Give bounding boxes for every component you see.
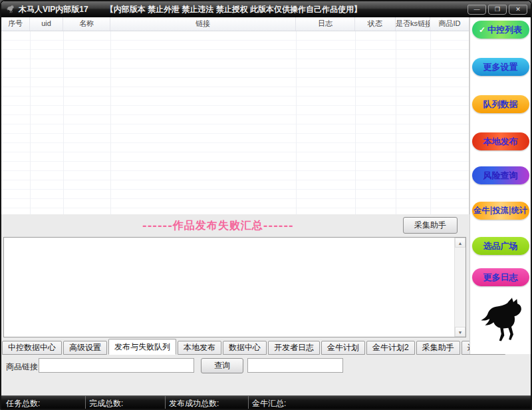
status-bar: 任务总数: 完成总数: 发布成功总数: 金牛汇总: — [1, 395, 531, 409]
table-header-row: 序号 uid 名称 链接 日志 状态 是否ks链接 商品ID — [1, 17, 469, 31]
grid-line — [30, 31, 31, 214]
status-total-tasks: 任务总数: — [6, 398, 40, 409]
maximize-button[interactable]: ❐ — [488, 5, 507, 15]
sidebar-button-risk-query[interactable]: 风险查询 — [472, 166, 529, 184]
column-header-status[interactable]: 状态 — [355, 17, 396, 31]
window-title: 木马人VIP内部版17 — [19, 4, 88, 15]
sidebar-button-label: 本地发布 — [483, 136, 518, 148]
column-header-ks-link[interactable]: 是否ks链接 — [396, 17, 430, 31]
column-header-name[interactable]: 名称 — [63, 17, 110, 31]
fail-summary-title: ------作品发布失败汇总------ — [142, 219, 294, 233]
right-sidebar: ✓ 中控列表 更多设置 队列数据 本地发布 风险查询 金牛|投流|统计 选品广场… — [469, 17, 531, 354]
fail-log-textarea[interactable]: ▲ ▼ — [3, 237, 466, 337]
window-controls: — ❐ ✕ — [467, 5, 527, 15]
collect-helper-button[interactable]: 采集助手 — [403, 217, 458, 234]
control-list-table: 序号 uid 名称 链接 日志 状态 是否ks链接 商品ID — [1, 17, 469, 214]
status-divider — [85, 396, 86, 409]
tab-publish-fail-queue[interactable]: 发布与失败队列 — [108, 339, 176, 355]
app-horse-icon — [5, 5, 15, 14]
column-header-product-id[interactable]: 商品ID — [430, 17, 469, 31]
status-divider — [165, 396, 166, 409]
grid-line — [396, 31, 396, 214]
sidebar-button-more-settings[interactable]: 更多设置 — [472, 58, 529, 76]
sidebar-button-label: 队列数据 — [483, 99, 518, 110]
grid-line — [296, 31, 297, 214]
app-window: 木马人VIP内部版17 【内部版本 禁止外泄 禁止违法 禁止授权 此版本仅供操作… — [0, 0, 532, 410]
grid-line — [63, 31, 64, 214]
window-warning-text: 【内部版本 禁止外泄 禁止违法 禁止授权 此版本仅供操作自己作品使用】 — [106, 4, 362, 15]
column-header-log[interactable]: 日志 — [296, 17, 355, 31]
status-publish-success: 发布成功总数: — [169, 398, 219, 409]
vertical-scrollbar[interactable]: ▲ ▼ — [454, 238, 466, 337]
table-body-empty[interactable] — [1, 31, 469, 214]
tab-local-publish[interactable]: 本地发布 — [178, 341, 221, 355]
tab-collect-helper[interactable]: 采集助手 — [416, 341, 460, 355]
grid-line — [355, 31, 356, 214]
tab-developer-log[interactable]: 开发者日志 — [268, 341, 320, 355]
product-link-input[interactable] — [39, 358, 194, 373]
check-icon: ✓ — [479, 25, 485, 35]
sidebar-button-label: 风险查询 — [483, 170, 518, 182]
tab-control-data-center[interactable]: 中控数据中心 — [2, 341, 62, 355]
close-button[interactable]: ✕ — [509, 5, 527, 15]
column-header-index[interactable]: 序号 — [1, 17, 30, 31]
sidebar-button-product-plaza[interactable]: 选品广场 — [472, 237, 529, 255]
grid-line — [430, 31, 431, 214]
scroll-down-icon[interactable]: ▼ — [455, 327, 466, 337]
title-bar: 木马人VIP内部版17 【内部版本 禁止外泄 禁止违法 禁止授权 此版本仅供操作… — [1, 1, 531, 17]
bottom-tab-bar: 中控数据中心 高级设置 发布与失败队列 本地发布 数据中心 开发者日志 金牛计划… — [2, 339, 507, 355]
tab-jinniu-plan-2[interactable]: 金牛计划2 — [366, 341, 415, 355]
tab-jinniu-plan[interactable]: 金牛计划 — [321, 341, 365, 355]
scroll-up-icon[interactable]: ▲ — [455, 238, 466, 248]
tab-data-center[interactable]: 数据中心 — [223, 341, 267, 355]
tab-advanced-settings[interactable]: 高级设置 — [63, 341, 107, 355]
sidebar-button-label: 金牛|投流|统计 — [473, 205, 527, 216]
sidebar-button-label: 中控列表 — [487, 24, 522, 36]
query-result-input[interactable] — [247, 358, 343, 373]
column-header-link[interactable]: 链接 — [110, 17, 296, 31]
sidebar-button-label: 选品广场 — [483, 240, 518, 252]
sidebar-button-more-logs[interactable]: 更多日志 — [472, 268, 529, 286]
sidebar-button-local-publish[interactable]: 本地发布 — [472, 132, 529, 150]
sidebar-button-control-list[interactable]: ✓ 中控列表 — [472, 21, 529, 39]
minimize-button[interactable]: — — [467, 5, 486, 15]
horse-logo — [473, 296, 529, 346]
product-link-label: 商品链接: — [6, 361, 40, 373]
fail-summary-strip: ------作品发布失败汇总------ 采集助手 — [1, 214, 469, 237]
grid-line — [110, 31, 111, 214]
status-total-done: 完成总数: — [89, 398, 123, 409]
sidebar-button-queue-data[interactable]: 队列数据 — [472, 95, 529, 113]
sidebar-button-label: 更多设置 — [483, 61, 518, 73]
sidebar-button-jinniu-traffic-stats[interactable]: 金牛|投流|统计 — [472, 202, 529, 220]
sidebar-button-label: 更多日志 — [483, 272, 518, 284]
status-divider — [248, 396, 249, 409]
status-jinniu-summary: 金牛汇总: — [252, 398, 286, 409]
column-header-uid[interactable]: uid — [30, 17, 63, 31]
query-button[interactable]: 查询 — [201, 358, 243, 373]
